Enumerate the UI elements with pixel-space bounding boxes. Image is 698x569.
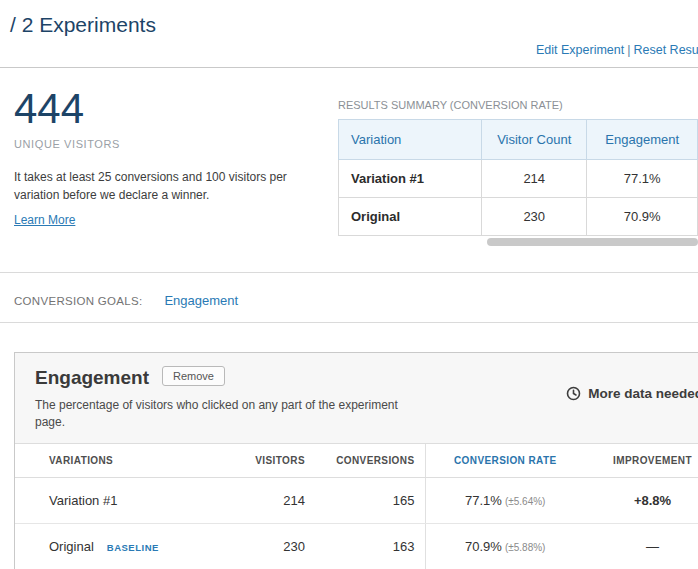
learn-more-link[interactable]: Learn More [14,213,75,227]
goal-status-text: More data needed [588,386,698,401]
goal-description: The percentage of visitors who clicked o… [35,397,430,431]
unique-visitors-count: 444 [14,88,314,130]
unique-visitors-label: UNIQUE VISITORS [14,138,314,150]
winner-note: It takes at least 25 conversions and 100… [14,168,304,204]
results-summary-panel: RESULTS SUMMARY (CONVERSION RATE) Variat… [338,99,698,236]
header-actions: Edit Experiment|Reset Results [536,43,698,57]
col-conversion-rate: CONVERSION RATE [425,444,585,478]
conversion-rate-value: 77.1% [465,493,502,508]
visitors-cell: 230 [240,524,315,569]
variation-name-cell: OriginalBASELINE [15,524,240,569]
summary-engagement-value: 70.9% [587,198,698,236]
unique-visitors-panel: 444 UNIQUE VISITORS It takes at least 25… [14,88,314,228]
goal-card-header: EngagementRemove More data needed The pe… [15,353,698,444]
goal-status: More data needed [566,386,698,401]
reset-results-link[interactable]: Reset Results [633,43,698,57]
summary-visitor-count: 214 [482,160,587,198]
summary-variation-name: Original [339,198,482,236]
table-row: OriginalBASELINE 230 163 70.9%(±5.88%) — [15,524,698,569]
summary-header-row: Variation Visitor Count Engagement [339,120,698,160]
divider [0,272,698,273]
col-improvement: IMPROVEMENT [585,444,698,478]
results-summary-title: RESULTS SUMMARY (CONVERSION RATE) [338,99,698,111]
summary-engagement-value: 77.1% [587,160,698,198]
goal-results-table: VARIATIONS VISITORS CONVERSIONS CONVERSI… [15,444,698,569]
summary-variation-name: Variation #1 [339,160,482,198]
conversion-rate-cell: 70.9%(±5.88%) [425,524,585,569]
goal-table-header-row: VARIATIONS VISITORS CONVERSIONS CONVERSI… [15,444,698,478]
goal-title: Engagement [35,367,149,389]
clock-icon [566,386,581,401]
horizontal-scrollbar-thumb[interactable] [487,238,698,246]
baseline-badge: BASELINE [107,542,159,553]
visitors-cell: 214 [240,478,315,524]
engagement-goal-card: EngagementRemove More data needed The pe… [14,352,698,569]
table-row: Variation #1 214 77.1% [339,160,698,198]
table-row: Variation #1 214 165 77.1%(±5.64%) +8.8% [15,478,698,524]
summary-col-variation: Variation [339,120,482,160]
col-visitors: VISITORS [240,444,315,478]
summary-col-visitor-count: Visitor Count [482,120,587,160]
divider [0,67,698,68]
results-summary-table: Variation Visitor Count Engagement Varia… [338,119,698,236]
summary-col-engagement: Engagement [587,120,698,160]
table-row: Original 230 70.9% [339,198,698,236]
conversion-goals-label: CONVERSION GOALS: [14,295,142,307]
conversion-goals-row: CONVERSION GOALS:Engagement [14,293,238,308]
improvement-cell: +8.8% [585,478,698,524]
conversion-rate-value: 70.9% [465,539,502,554]
edit-experiment-link[interactable]: Edit Experiment [536,43,624,57]
goal-link-engagement[interactable]: Engagement [164,293,238,308]
improvement-cell: — [585,524,698,569]
variation-name-cell: Variation #1 [15,478,240,524]
col-variations: VARIATIONS [15,444,240,478]
conversion-rate-margin: (±5.88%) [505,542,546,553]
col-conversions: CONVERSIONS [315,444,425,478]
remove-goal-button[interactable]: Remove [162,366,225,386]
summary-visitor-count: 230 [482,198,587,236]
conversion-rate-cell: 77.1%(±5.64%) [425,478,585,524]
variation-name: Original [49,539,94,554]
page-title: / 2 Experiments [10,13,156,37]
divider [0,322,698,323]
conversion-rate-margin: (±5.64%) [505,496,546,507]
conversions-cell: 165 [315,478,425,524]
conversions-cell: 163 [315,524,425,569]
actions-separator: | [627,43,630,57]
variation-name: Variation #1 [49,493,117,508]
